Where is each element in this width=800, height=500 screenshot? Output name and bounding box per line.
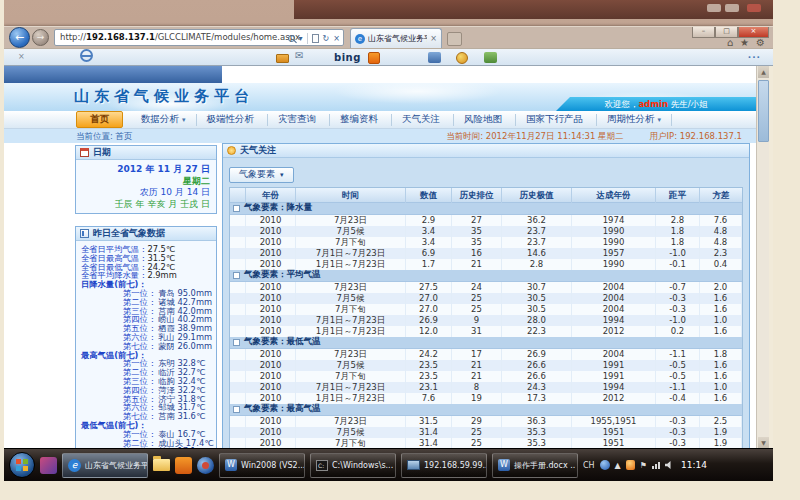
column-header[interactable]: 历史极值 <box>502 188 572 203</box>
nav-item[interactable]: 灾害查询 <box>268 114 330 126</box>
home-button[interactable]: ⌂ <box>727 37 733 48</box>
mail-icon[interactable]: ✉ <box>295 50 303 61</box>
explorer-icon[interactable] <box>153 459 170 471</box>
tray-expand-icon[interactable]: ▲ <box>615 461 621 470</box>
table-row[interactable]: 2010 7月1日～7月23日 23.1 8 <box>230 382 742 393</box>
table-cell: 7月23日 <box>296 215 406 226</box>
nav-item[interactable]: 整编资料 <box>330 114 392 126</box>
scrollbar-thumb[interactable] <box>758 80 769 142</box>
table-cell: 7.6 <box>406 393 452 404</box>
column-header[interactable]: 方差 <box>700 188 742 203</box>
language-indicator[interactable]: CH <box>583 461 595 470</box>
network-icon[interactable] <box>652 462 660 469</box>
tray-notifier-icon[interactable] <box>626 460 635 470</box>
taskbar-window-active[interactable]: e 山东省气候业务平... <box>62 453 148 478</box>
table-row[interactable]: 2010 7月下旬 31.4 25 <box>230 438 742 449</box>
main-nav: 首页 数据分析 ▾ 极端性分析 <box>4 111 756 129</box>
compatibility-icon[interactable] <box>312 34 319 43</box>
table-cell: 7月5候 <box>296 427 406 438</box>
vertical-scrollbar[interactable]: ▲ ▼ <box>756 66 769 449</box>
media-icon[interactable] <box>428 52 441 63</box>
column-header[interactable]: 达成年份 <box>572 188 656 203</box>
new-tab-button[interactable] <box>447 32 462 46</box>
nav-item[interactable]: 极端性分析 <box>197 114 269 126</box>
table-row[interactable]: 2010 1月1日～7月23日 7.6 19 <box>230 393 742 404</box>
group-checkbox[interactable] <box>233 272 240 279</box>
column-header[interactable]: 年份 <box>246 188 296 203</box>
blocker-icon[interactable] <box>80 49 93 62</box>
nav-item[interactable]: 数据分析 ▾ <box>131 114 197 126</box>
taskbar-clock[interactable]: 11:14 <box>681 460 707 470</box>
toolbar-close-icon[interactable]: × <box>18 52 25 61</box>
address-bar[interactable]: http://192.168.137.1/GLCCLIMATE/modules/… <box>54 29 344 46</box>
search-icon[interactable] <box>288 35 295 42</box>
table-row[interactable]: 2010 7月23日 2.9 27 <box>230 215 742 226</box>
browser-tab[interactable]: e 山东省气候业务平... × <box>350 28 442 48</box>
scroll-up-arrow[interactable]: ▲ <box>758 66 769 78</box>
group-header-row[interactable]: 气象要素：降水量 <box>230 203 742 215</box>
nav-item[interactable]: 风险地图 <box>454 114 516 126</box>
stop-button[interactable]: × <box>333 34 340 43</box>
element-dropdown-button[interactable]: 气象要素 ▾ <box>229 167 294 183</box>
search-caret-icon[interactable]: ▾ <box>299 34 303 43</box>
group-header-row[interactable]: 气象要素：最高气温 <box>230 404 742 416</box>
pinned-media-icon[interactable] <box>197 457 214 474</box>
nav-item[interactable]: 天气关注 <box>392 114 454 126</box>
games-icon[interactable] <box>456 52 468 64</box>
column-header[interactable]: 时间 <box>296 188 406 203</box>
taskbar-window[interactable]: W Win2008 (VS2... <box>219 453 305 478</box>
table-row[interactable]: 2010 7月下旬 23.5 21 <box>230 371 742 382</box>
start-button[interactable] <box>9 452 35 478</box>
table-row[interactable]: 2010 7月23日 27.5 24 <box>230 282 742 293</box>
table-row[interactable]: 2010 7月5候 27.0 25 <box>230 293 742 304</box>
forward-button[interactable]: → <box>32 29 49 46</box>
pinned-orange-icon[interactable] <box>175 457 192 474</box>
taskbar-window[interactable]: C: C:\Windows\s... <box>310 453 396 478</box>
table-row[interactable]: 2010 7月5候 31.4 25 <box>230 427 742 438</box>
settings-button[interactable]: ⚙ <box>756 37 765 48</box>
column-header[interactable]: 距平 <box>656 188 700 203</box>
table-row[interactable]: 2010 7月5候 3.4 35 <box>230 226 742 237</box>
table-row[interactable]: 2010 7月1日～7月23日 6.9 16 <box>230 248 742 259</box>
group-checkbox[interactable] <box>233 339 240 346</box>
table-row[interactable]: 2010 1月1日～7月23日 1.7 21 <box>230 259 742 270</box>
group-checkbox[interactable] <box>233 205 240 212</box>
sogou-icon[interactable] <box>368 52 380 64</box>
table-cell: 0.4 <box>700 259 742 270</box>
share-icon[interactable] <box>484 52 497 63</box>
table-cell: 1月1日～7月23日 <box>296 259 406 270</box>
bing-logo[interactable]: bing <box>334 52 361 63</box>
table-row[interactable]: 2010 7月下旬 3.4 35 <box>230 237 742 248</box>
action-center-icon[interactable]: ⚑ <box>640 461 647 470</box>
toolbar-overflow-button[interactable]: ··· <box>748 52 761 62</box>
table-row[interactable]: 2010 7月23日 31.5 29 <box>230 416 742 427</box>
favorites-button[interactable]: ★ <box>740 37 749 48</box>
minimize-button[interactable]: – <box>692 27 715 38</box>
table-cell: 7月1日～7月23日 <box>296 248 406 259</box>
taskbar-window[interactable]: W 操作手册.docx .. <box>492 453 578 478</box>
table-row[interactable]: 2010 7月5候 23.5 21 <box>230 360 742 371</box>
tab-close-icon[interactable]: × <box>430 34 437 43</box>
table-row[interactable]: 2010 7月23日 24.2 17 <box>230 349 742 360</box>
table-row[interactable]: 2010 7月1日～7月23日 26.9 9 <box>230 315 742 326</box>
table-cell: 7月1日～7月23日 <box>296 382 406 393</box>
group-header-row[interactable]: 气象要素：平均气温 <box>230 270 742 282</box>
taskbar-window[interactable]: 192.168.59.99... <box>401 453 487 478</box>
nav-item[interactable]: 周期性分析 ▾ <box>597 114 672 126</box>
group-checkbox[interactable] <box>233 406 240 413</box>
group-header-row[interactable]: 气象要素：最低气温 <box>230 337 742 349</box>
refresh-button[interactable]: ↻ <box>323 34 330 43</box>
table-cell: 27.0 <box>406 304 452 315</box>
group-rows: 2010 7月23日 31.5 29 <box>230 416 742 450</box>
table-row[interactable]: 2010 1月1日～7月23日 12.0 31 <box>230 326 742 337</box>
column-header[interactable]: 数值 <box>406 188 452 203</box>
back-button[interactable]: ← <box>9 27 30 48</box>
pinned-app-icon[interactable] <box>40 457 57 474</box>
nav-item-home[interactable]: 首页 <box>76 111 123 128</box>
volume-icon[interactable] <box>665 461 673 469</box>
nav-item[interactable]: 国家下行产品 <box>516 114 597 126</box>
tray-app-icon[interactable] <box>600 460 610 470</box>
table-row[interactable]: 2010 7月下旬 27.0 25 <box>230 304 742 315</box>
card-icon[interactable] <box>276 54 289 63</box>
column-header[interactable]: 历史排位 <box>452 188 502 203</box>
